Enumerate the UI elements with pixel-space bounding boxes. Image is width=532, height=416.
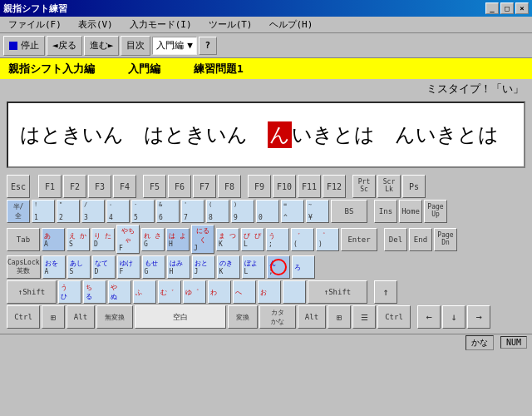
- help-button[interactable]: ?: [199, 37, 217, 55]
- key-sh-b[interactable]: む゛: [158, 280, 181, 304]
- key-sh-x[interactable]: ちる: [83, 280, 106, 304]
- key-9[interactable]: )9: [231, 200, 254, 223]
- key-caps-f[interactable]: ゆけF: [117, 255, 140, 279]
- key-6[interactable]: &6: [156, 200, 180, 223]
- key-f12[interactable]: F12: [323, 175, 346, 198]
- menu-view[interactable]: 表示(V): [73, 17, 118, 32]
- key-k[interactable]: ま つK: [216, 228, 239, 251]
- key-caps-l[interactable]: ぼよL: [242, 255, 265, 279]
- key-caps-h[interactable]: はみH: [167, 255, 190, 279]
- key-1[interactable]: !1: [32, 200, 55, 223]
- back-button[interactable]: ◄戻る: [47, 36, 82, 56]
- key-f5[interactable]: F5: [143, 175, 166, 198]
- key-esc[interactable]: Esc: [7, 175, 30, 198]
- key-caps-s[interactable]: あしS: [67, 255, 91, 279]
- key-end[interactable]: End: [409, 228, 432, 251]
- key-pause[interactable]: Ps: [402, 175, 426, 198]
- key-2[interactable]: "2: [57, 200, 80, 223]
- key-space[interactable]: 空白: [135, 305, 226, 329]
- key-prtsc[interactable]: PrtSc: [352, 175, 376, 198]
- key-arrow-up[interactable]: ↑: [374, 280, 397, 304]
- key-ralt[interactable]: Alt: [298, 305, 326, 329]
- key-ins[interactable]: Ins: [374, 200, 397, 223]
- key-menu[interactable]: ☰: [352, 305, 376, 329]
- key-caps-semi[interactable]: ん;: [267, 255, 290, 279]
- key-s[interactable]: え かS: [66, 228, 90, 251]
- menu-help[interactable]: ヘルプ(H): [264, 17, 318, 32]
- key-a[interactable]: あA: [42, 228, 65, 251]
- key-4[interactable]: -4: [106, 200, 130, 223]
- toc-button[interactable]: 目次: [121, 36, 150, 56]
- key-lwin[interactable]: ⊞: [42, 305, 65, 329]
- key-f6[interactable]: F6: [168, 175, 191, 198]
- key-f1[interactable]: F1: [38, 175, 62, 198]
- level-dropdown[interactable]: 入門編 ▼: [152, 37, 197, 55]
- key-g[interactable]: れ さG: [141, 228, 165, 251]
- key-8[interactable]: (8: [206, 200, 229, 223]
- key-rshift[interactable]: ↑Shift: [308, 280, 367, 304]
- maximize-button[interactable]: □: [500, 2, 514, 14]
- key-caps-g[interactable]: もせG: [142, 255, 165, 279]
- key-rctrl[interactable]: Ctrl: [377, 305, 411, 329]
- key-3[interactable]: /3: [81, 200, 105, 223]
- key-7[interactable]: '7: [181, 200, 204, 223]
- menu-file[interactable]: ファイル(F): [3, 17, 66, 32]
- key-5[interactable]: ·5: [131, 200, 155, 223]
- key-caps-j[interactable]: おとJ: [192, 255, 215, 279]
- key-j[interactable]: にるくJ: [191, 225, 214, 254]
- key-sh-v[interactable]: ふ: [133, 280, 156, 304]
- key-f2[interactable]: F2: [63, 175, 86, 198]
- key-tab[interactable]: Tab: [7, 228, 40, 251]
- key-0[interactable]: 0: [256, 200, 279, 223]
- key-caps-d[interactable]: なてD: [92, 255, 116, 279]
- key-sh-slash[interactable]: [283, 280, 306, 304]
- key-arrow-left[interactable]: ←: [417, 305, 441, 329]
- key-sh-period[interactable]: お: [258, 280, 281, 304]
- key-f4[interactable]: F4: [113, 175, 136, 198]
- key-sh-comma[interactable]: へ: [233, 280, 256, 304]
- key-f[interactable]: やちゃF: [116, 225, 140, 254]
- key-arrow-right[interactable]: →: [467, 305, 490, 329]
- key-muhenkan[interactable]: 無変換: [96, 305, 133, 329]
- key-pgdn[interactable]: PageDn: [434, 228, 457, 251]
- key-pgup[interactable]: PageUp: [424, 200, 447, 223]
- key-colon[interactable]: ゛(: [291, 228, 314, 251]
- key-f3[interactable]: F3: [88, 175, 111, 198]
- key-caps-a[interactable]: おをA: [42, 255, 66, 279]
- key-minus[interactable]: =^: [281, 200, 304, 223]
- key-scrlk[interactable]: ScrLk: [377, 175, 401, 198]
- key-sh-m[interactable]: わ: [208, 280, 231, 304]
- key-h[interactable]: は よH: [166, 228, 190, 251]
- key-bs[interactable]: BS: [331, 200, 367, 223]
- key-l[interactable]: び ぴL: [241, 228, 264, 251]
- key-arrow-down[interactable]: ↓: [442, 305, 466, 329]
- key-f8[interactable]: F8: [218, 175, 241, 198]
- key-lalt[interactable]: Alt: [66, 305, 95, 329]
- menu-tools[interactable]: ツール(T): [204, 17, 258, 32]
- key-caps-colon[interactable]: ろ: [292, 255, 315, 279]
- key-bracket[interactable]: ゜): [316, 228, 339, 251]
- key-sh-c[interactable]: やぬ: [108, 280, 131, 304]
- key-caps-k[interactable]: のきK: [217, 255, 240, 279]
- key-f7[interactable]: F7: [193, 175, 216, 198]
- key-del[interactable]: Del: [384, 228, 407, 251]
- stop-button[interactable]: 停止: [3, 36, 45, 56]
- key-f11[interactable]: F11: [298, 175, 321, 198]
- key-home[interactable]: Home: [399, 200, 422, 223]
- key-caret[interactable]: ~¥: [306, 200, 329, 223]
- forward-button[interactable]: 進む►: [84, 36, 120, 56]
- key-sh-n[interactable]: ゆ゜: [183, 280, 206, 304]
- key-capslock[interactable]: CapsLock英数: [7, 255, 41, 279]
- minimize-button[interactable]: _: [485, 2, 499, 14]
- key-f10[interactable]: F10: [273, 175, 296, 198]
- key-katakana[interactable]: カタかな: [259, 305, 296, 329]
- key-lctrl[interactable]: Ctrl: [7, 305, 40, 329]
- key-d[interactable]: り たD: [91, 228, 115, 251]
- key-f9[interactable]: F9: [248, 175, 271, 198]
- key-hankaku[interactable]: 半/全: [7, 200, 30, 223]
- key-sh-z[interactable]: うひ: [58, 280, 81, 304]
- close-button[interactable]: ×: [515, 2, 529, 14]
- key-semicolon[interactable]: う;: [266, 228, 289, 251]
- key-enter[interactable]: Enter: [341, 228, 377, 251]
- key-rwin[interactable]: ⊞: [328, 305, 351, 329]
